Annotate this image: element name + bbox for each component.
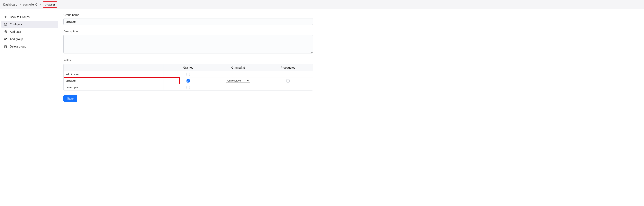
svg-point-1 (5, 31, 6, 32)
sidebar-item-label: Add user (10, 30, 21, 33)
granted-checkbox[interactable] (186, 73, 190, 76)
sidebar-item-label: Delete group (10, 45, 26, 48)
granted-checkbox[interactable] (186, 79, 190, 83)
group-name-input[interactable] (64, 18, 313, 25)
roles-header-role (64, 64, 163, 71)
roles-table: Granted Granted at Propagates administer… (64, 64, 313, 91)
chevron-right-icon (20, 3, 21, 6)
breadcrumb-item-dashboard[interactable]: Dashboard (3, 3, 18, 6)
table-row: developer (64, 84, 313, 90)
sidebar-item-label: Configure (10, 23, 22, 26)
svg-point-2 (5, 38, 6, 39)
roles-header-propagates: Propagates (263, 64, 313, 71)
breadcrumb: Dashboard controller-0 browser (0, 0, 644, 9)
roles-header-granted-at: Granted at (213, 64, 263, 71)
propagates-cell (263, 84, 313, 90)
granted-checkbox[interactable] (186, 86, 190, 89)
gear-icon (4, 23, 7, 26)
sidebar-item-add-user[interactable]: Add user (1, 28, 58, 36)
role-name: browser (64, 77, 163, 84)
breadcrumb-item-controller[interactable]: controller-0 (23, 3, 38, 6)
sidebar-item-label: Back to Groups (10, 15, 30, 19)
propagates-cell (263, 71, 313, 77)
roles-label: Roles (64, 59, 313, 62)
sidebar-item-label: Add group (10, 38, 23, 41)
table-row: browser Current level (64, 77, 313, 84)
group-name-label: Group name (64, 13, 313, 17)
add-group-icon (4, 37, 7, 41)
sidebar: Back to Groups Configure Add user Add gr… (0, 11, 59, 106)
sidebar-item-configure[interactable]: Configure (1, 21, 58, 28)
svg-point-0 (5, 24, 6, 25)
sidebar-item-back[interactable]: Back to Groups (1, 13, 58, 21)
propagates-checkbox[interactable] (286, 79, 290, 83)
add-user-icon (4, 30, 7, 34)
chevron-right-icon (40, 3, 41, 6)
trash-icon (4, 45, 7, 48)
role-name: administer (64, 71, 163, 77)
table-row: administer (64, 71, 313, 77)
sidebar-item-add-group[interactable]: Add group (1, 36, 58, 43)
granted-at-cell (213, 71, 263, 77)
granted-at-select[interactable]: Current level (226, 79, 250, 83)
breadcrumb-item-browser[interactable]: browser (43, 2, 58, 8)
save-button[interactable]: Save (64, 95, 77, 102)
roles-header-granted: Granted (163, 64, 213, 71)
role-name: developer (64, 84, 163, 90)
granted-at-cell (213, 84, 263, 90)
sidebar-item-delete-group[interactable]: Delete group (1, 43, 58, 50)
arrow-up-icon (4, 15, 7, 19)
description-label: Description (64, 30, 313, 33)
main-content: Group name Description Roles Granted Gra… (59, 11, 317, 106)
description-textarea[interactable] (64, 35, 313, 54)
